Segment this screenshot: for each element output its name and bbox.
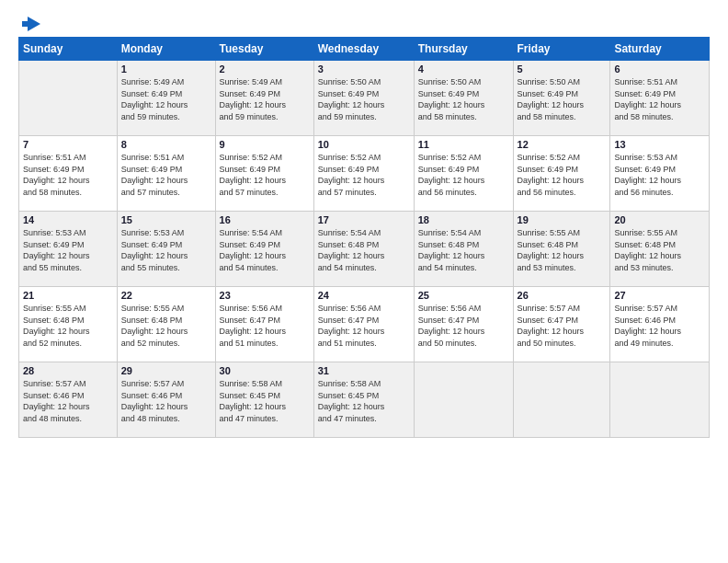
calendar-cell [610,362,710,438]
calendar-cell: 18Sunrise: 5:54 AM Sunset: 6:48 PM Dayli… [414,212,513,287]
day-info: Sunrise: 5:58 AM Sunset: 6:45 PM Dayligh… [220,378,310,424]
calendar-cell: 22Sunrise: 5:55 AM Sunset: 6:48 PM Dayli… [117,287,215,362]
calendar-cell: 19Sunrise: 5:55 AM Sunset: 6:48 PM Dayli… [513,212,610,287]
day-number: 10 [318,139,410,150]
day-number: 1 [121,63,211,75]
calendar-cell: 21Sunrise: 5:55 AM Sunset: 6:48 PM Dayli… [19,287,118,362]
calendar-cell: 26Sunrise: 5:57 AM Sunset: 6:47 PM Dayli… [513,287,610,362]
calendar-cell: 24Sunrise: 5:56 AM Sunset: 6:47 PM Dayli… [313,287,414,362]
calendar-cell: 10Sunrise: 5:52 AM Sunset: 6:49 PM Dayli… [313,136,414,212]
day-number: 2 [220,63,310,75]
weekday-tuesday: Tuesday [215,38,313,61]
day-info: Sunrise: 5:53 AM Sunset: 6:49 PM Dayligh… [23,227,113,273]
day-number: 5 [518,63,607,75]
calendar-cell: 8Sunrise: 5:51 AM Sunset: 6:49 PM Daylig… [117,136,215,212]
calendar-week-1: 1Sunrise: 5:49 AM Sunset: 6:49 PM Daylig… [19,61,710,136]
day-info: Sunrise: 5:52 AM Sunset: 6:49 PM Dayligh… [220,152,310,198]
day-info: Sunrise: 5:57 AM Sunset: 6:47 PM Dayligh… [518,303,607,349]
weekday-saturday: Saturday [610,38,710,61]
day-number: 28 [23,365,113,376]
day-number: 4 [418,63,509,75]
day-number: 22 [121,290,211,301]
day-info: Sunrise: 5:51 AM Sunset: 6:49 PM Dayligh… [614,76,705,122]
day-number: 26 [518,290,607,301]
day-info: Sunrise: 5:50 AM Sunset: 6:49 PM Dayligh… [518,76,607,122]
calendar-cell: 12Sunrise: 5:52 AM Sunset: 6:49 PM Dayli… [513,136,610,212]
day-info: Sunrise: 5:56 AM Sunset: 6:47 PM Dayligh… [418,303,509,349]
calendar-cell: 31Sunrise: 5:58 AM Sunset: 6:45 PM Dayli… [313,362,414,438]
calendar-cell: 7Sunrise: 5:51 AM Sunset: 6:49 PM Daylig… [19,136,118,212]
calendar-cell: 20Sunrise: 5:55 AM Sunset: 6:48 PM Dayli… [610,212,710,287]
calendar-cell [513,362,610,438]
day-info: Sunrise: 5:57 AM Sunset: 6:46 PM Dayligh… [614,303,705,349]
day-number: 11 [418,139,509,150]
calendar-week-3: 14Sunrise: 5:53 AM Sunset: 6:49 PM Dayli… [19,212,710,287]
calendar-cell: 28Sunrise: 5:57 AM Sunset: 6:46 PM Dayli… [19,362,118,438]
calendar-cell: 15Sunrise: 5:53 AM Sunset: 6:49 PM Dayli… [117,212,215,287]
day-info: Sunrise: 5:55 AM Sunset: 6:48 PM Dayligh… [614,227,705,273]
day-number: 29 [121,365,211,376]
calendar-cell: 17Sunrise: 5:54 AM Sunset: 6:48 PM Dayli… [313,212,414,287]
day-info: Sunrise: 5:54 AM Sunset: 6:48 PM Dayligh… [418,227,509,273]
day-info: Sunrise: 5:58 AM Sunset: 6:45 PM Dayligh… [318,378,410,424]
day-info: Sunrise: 5:49 AM Sunset: 6:49 PM Dayligh… [220,76,310,122]
day-number: 21 [23,290,113,301]
day-number: 14 [23,214,113,225]
day-info: Sunrise: 5:53 AM Sunset: 6:49 PM Dayligh… [121,227,211,273]
logo [18,15,42,29]
day-number: 17 [318,214,410,225]
calendar-week-2: 7Sunrise: 5:51 AM Sunset: 6:49 PM Daylig… [19,136,710,212]
weekday-monday: Monday [117,38,215,61]
day-number: 9 [220,139,310,150]
day-number: 19 [518,214,607,225]
day-number: 23 [220,290,310,301]
day-info: Sunrise: 5:52 AM Sunset: 6:49 PM Dayligh… [418,152,509,198]
calendar-cell: 2Sunrise: 5:49 AM Sunset: 6:49 PM Daylig… [215,61,313,136]
calendar-cell: 1Sunrise: 5:49 AM Sunset: 6:49 PM Daylig… [117,61,215,136]
day-info: Sunrise: 5:56 AM Sunset: 6:47 PM Dayligh… [318,303,410,349]
day-info: Sunrise: 5:49 AM Sunset: 6:49 PM Dayligh… [121,76,211,122]
calendar-cell: 4Sunrise: 5:50 AM Sunset: 6:49 PM Daylig… [414,61,513,136]
calendar-cell: 11Sunrise: 5:52 AM Sunset: 6:49 PM Dayli… [414,136,513,212]
day-number: 20 [614,214,705,225]
calendar-cell: 23Sunrise: 5:56 AM Sunset: 6:47 PM Dayli… [215,287,313,362]
header [18,15,710,29]
calendar-cell: 9Sunrise: 5:52 AM Sunset: 6:49 PM Daylig… [215,136,313,212]
day-number: 3 [318,63,410,75]
day-info: Sunrise: 5:55 AM Sunset: 6:48 PM Dayligh… [518,227,607,273]
day-info: Sunrise: 5:52 AM Sunset: 6:49 PM Dayligh… [318,152,410,198]
calendar-cell: 6Sunrise: 5:51 AM Sunset: 6:49 PM Daylig… [610,61,710,136]
calendar-cell: 14Sunrise: 5:53 AM Sunset: 6:49 PM Dayli… [19,212,118,287]
day-number: 8 [121,139,211,150]
calendar-cell: 13Sunrise: 5:53 AM Sunset: 6:49 PM Dayli… [610,136,710,212]
day-number: 16 [220,214,310,225]
day-info: Sunrise: 5:51 AM Sunset: 6:49 PM Dayligh… [23,152,113,198]
calendar-cell: 5Sunrise: 5:50 AM Sunset: 6:49 PM Daylig… [513,61,610,136]
day-info: Sunrise: 5:54 AM Sunset: 6:48 PM Dayligh… [318,227,410,273]
day-info: Sunrise: 5:54 AM Sunset: 6:49 PM Dayligh… [220,227,310,273]
weekday-friday: Friday [513,38,610,61]
calendar-cell: 3Sunrise: 5:50 AM Sunset: 6:49 PM Daylig… [313,61,414,136]
weekday-sunday: Sunday [19,38,118,61]
calendar-cell: 16Sunrise: 5:54 AM Sunset: 6:49 PM Dayli… [215,212,313,287]
day-info: Sunrise: 5:57 AM Sunset: 6:46 PM Dayligh… [23,378,113,424]
calendar-cell: 27Sunrise: 5:57 AM Sunset: 6:46 PM Dayli… [610,287,710,362]
day-number: 13 [614,139,705,150]
calendar-cell [19,61,118,136]
day-info: Sunrise: 5:55 AM Sunset: 6:48 PM Dayligh… [121,303,211,349]
svg-marker-0 [22,17,40,31]
day-number: 18 [418,214,509,225]
day-info: Sunrise: 5:52 AM Sunset: 6:49 PM Dayligh… [518,152,607,198]
day-number: 27 [614,290,705,301]
weekday-thursday: Thursday [414,38,513,61]
day-number: 15 [121,214,211,225]
weekday-wednesday: Wednesday [313,38,414,61]
weekday-header-row: SundayMondayTuesdayWednesdayThursdayFrid… [19,38,710,61]
calendar-week-4: 21Sunrise: 5:55 AM Sunset: 6:48 PM Dayli… [19,287,710,362]
day-info: Sunrise: 5:51 AM Sunset: 6:49 PM Dayligh… [121,152,211,198]
day-number: 30 [220,365,310,376]
day-info: Sunrise: 5:50 AM Sunset: 6:49 PM Dayligh… [418,76,509,122]
day-info: Sunrise: 5:50 AM Sunset: 6:49 PM Dayligh… [318,76,410,122]
day-info: Sunrise: 5:56 AM Sunset: 6:47 PM Dayligh… [220,303,310,349]
calendar-cell: 25Sunrise: 5:56 AM Sunset: 6:47 PM Dayli… [414,287,513,362]
